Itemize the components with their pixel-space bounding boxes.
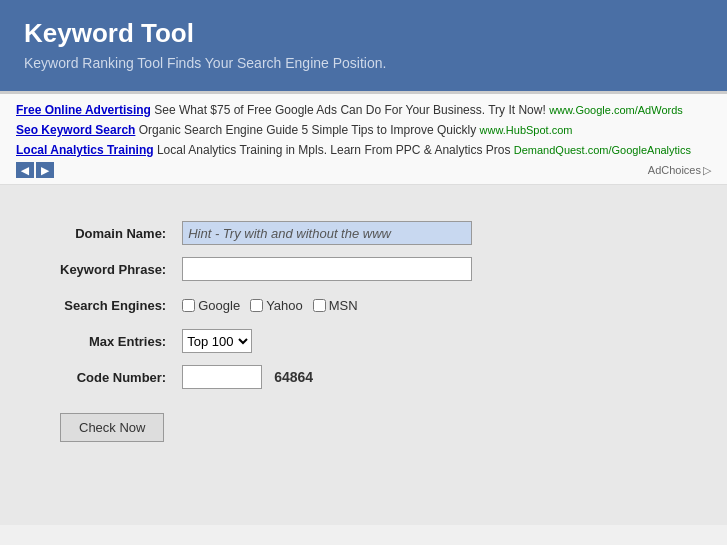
domain-field xyxy=(182,215,472,251)
max-entries-select[interactable]: Top 10 Top 25 Top 50 Top 100 xyxy=(182,329,252,353)
ad-row-3: Local Analytics Training Local Analytics… xyxy=(16,142,711,159)
ad-url-2: www.HubSpot.com xyxy=(480,124,573,136)
ad-url-1: www.Google.com/AdWords xyxy=(549,104,683,116)
code-input[interactable] xyxy=(182,365,262,389)
code-input-row: 64864 xyxy=(182,365,472,389)
engines-field: Google Yahoo MSN xyxy=(182,287,472,323)
ad-row-2: Seo Keyword Search Organic Search Engine… xyxy=(16,122,711,139)
max-entries-label: Max Entries: xyxy=(60,323,182,359)
msn-label: MSN xyxy=(329,298,358,313)
google-checkbox-label[interactable]: Google xyxy=(182,298,240,313)
page-header: Keyword Tool Keyword Ranking Tool Finds … xyxy=(0,0,727,91)
ad-row-1: Free Online Advertising See What $75 of … xyxy=(16,102,711,119)
ad-text-1: See What $75 of Free Google Ads Can Do F… xyxy=(154,103,549,117)
domain-input[interactable] xyxy=(182,221,472,245)
google-label: Google xyxy=(198,298,240,313)
adchoices-text: AdChoices xyxy=(648,164,701,176)
code-display: 64864 xyxy=(274,369,313,385)
ad-section: Free Online Advertising See What $75 of … xyxy=(0,94,727,185)
ad-url-3: DemandQuest.com/GoogleAnalytics xyxy=(514,144,691,156)
keyword-input[interactable] xyxy=(182,257,472,281)
search-engines-group: Google Yahoo MSN xyxy=(182,298,472,313)
ad-nav-arrows: ◀ ▶ xyxy=(16,162,54,178)
ad-text-2: Organic Search Engine Guide 5 Simple Tip… xyxy=(139,123,480,137)
keyword-label: Keyword Phrase: xyxy=(60,251,182,287)
ad-text-3: Local Analytics Training in Mpls. Learn … xyxy=(157,143,514,157)
msn-checkbox[interactable] xyxy=(313,299,326,312)
msn-checkbox-label[interactable]: MSN xyxy=(313,298,358,313)
code-label: Code Number: xyxy=(60,359,182,395)
adchoices-icon: ▷ xyxy=(703,164,711,177)
max-entries-row: Max Entries: Top 10 Top 25 Top 50 Top 10… xyxy=(60,323,472,359)
keyword-row: Keyword Phrase: xyxy=(60,251,472,287)
google-checkbox[interactable] xyxy=(182,299,195,312)
ad-next-button[interactable]: ▶ xyxy=(36,162,54,178)
yahoo-label: Yahoo xyxy=(266,298,303,313)
code-field: 64864 xyxy=(182,359,472,395)
domain-row: Domain Name: xyxy=(60,215,472,251)
main-content: Domain Name: Keyword Phrase: Search Engi… xyxy=(0,185,727,525)
max-entries-field: Top 10 Top 25 Top 50 Top 100 xyxy=(182,323,472,359)
engines-label: Search Engines: xyxy=(60,287,182,323)
ad-link-3[interactable]: Local Analytics Training xyxy=(16,143,154,157)
yahoo-checkbox-label[interactable]: Yahoo xyxy=(250,298,303,313)
check-now-button[interactable]: Check Now xyxy=(60,413,164,442)
keyword-field xyxy=(182,251,472,287)
adchoices-label: AdChoices ▷ xyxy=(648,164,711,177)
domain-label: Domain Name: xyxy=(60,215,182,251)
yahoo-checkbox[interactable] xyxy=(250,299,263,312)
form-table: Domain Name: Keyword Phrase: Search Engi… xyxy=(60,215,472,395)
ad-prev-button[interactable]: ◀ xyxy=(16,162,34,178)
ad-link-2[interactable]: Seo Keyword Search xyxy=(16,123,135,137)
ad-nav-row: ◀ ▶ AdChoices ▷ xyxy=(16,162,711,178)
ad-link-1[interactable]: Free Online Advertising xyxy=(16,103,151,117)
code-row: Code Number: 64864 xyxy=(60,359,472,395)
page-subtitle: Keyword Ranking Tool Finds Your Search E… xyxy=(24,55,703,71)
page-title: Keyword Tool xyxy=(24,18,703,49)
max-entries-select-row: Top 10 Top 25 Top 50 Top 100 xyxy=(182,329,472,353)
engines-row: Search Engines: Google Yahoo MSN xyxy=(60,287,472,323)
